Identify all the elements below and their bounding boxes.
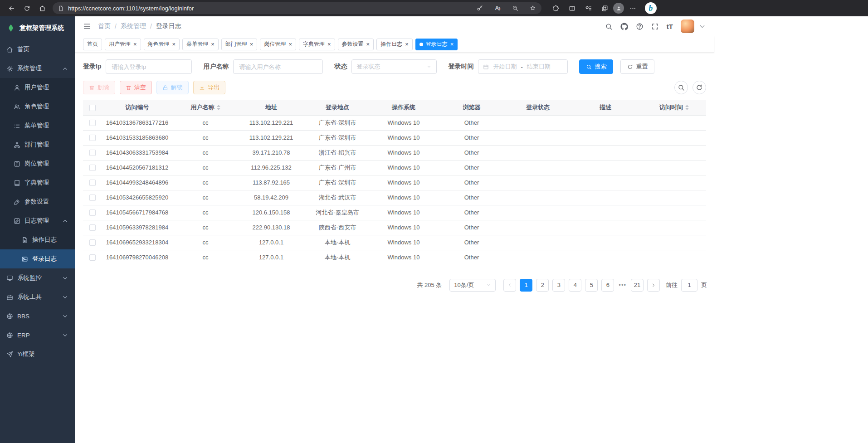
tab-menu-manage[interactable]: 菜单管理 × [182, 39, 219, 50]
breadcrumb-item[interactable]: 首页 [98, 22, 111, 30]
sidebar-item-system-tools[interactable]: 系统工具 [0, 287, 75, 307]
breadcrumb-item[interactable]: 登录日志 [156, 22, 181, 30]
close-icon[interactable]: × [211, 41, 215, 48]
fullscreen-icon[interactable] [651, 23, 659, 30]
table-row[interactable]: 1641069798270046208cc127.0.0.1本地-本机Windo… [83, 250, 706, 265]
back-icon[interactable] [4, 2, 19, 15]
page-button-2[interactable]: 2 [536, 279, 549, 292]
sidebar-item-system-monitor[interactable]: 系统监控 [0, 268, 75, 287]
page-button-6[interactable]: 6 [601, 279, 614, 292]
home-icon[interactable] [34, 2, 50, 15]
tab-dict-manage[interactable]: 字典管理 × [299, 39, 335, 50]
row-checkbox[interactable] [89, 120, 96, 126]
column-header-user-name[interactable]: 用户名称 [172, 100, 239, 115]
table-row[interactable]: 1641059633978281984cc222.90.130.18陕西省-西安… [83, 220, 706, 235]
close-icon[interactable]: × [450, 41, 454, 48]
export-button[interactable]: 导出 [193, 81, 225, 94]
row-checkbox[interactable] [89, 209, 96, 216]
table-row[interactable]: 1641031367863177216cc113.102.129.221广东省-… [83, 115, 706, 130]
more-options-icon[interactable] [625, 2, 640, 15]
sidebar-item-post-manage[interactable]: 岗位管理 [0, 154, 75, 173]
clear-button[interactable]: 清空 [120, 81, 152, 94]
user-name-input[interactable] [233, 59, 323, 74]
hamburger-icon[interactable] [83, 22, 91, 30]
user-avatar[interactable] [681, 19, 694, 33]
favorite-add-icon[interactable] [526, 3, 540, 13]
browser-profile-avatar[interactable] [613, 3, 624, 14]
favorites-bar-icon[interactable] [580, 2, 596, 15]
delete-button[interactable]: 删除 [83, 81, 115, 94]
page-button-3[interactable]: 3 [552, 279, 565, 292]
tab-dept-manage[interactable]: 部门管理 × [221, 39, 258, 50]
table-row[interactable]: 1641053426655825920cc58.19.42.209湖北省-武汉市… [83, 190, 706, 205]
row-checkbox[interactable] [89, 239, 96, 246]
row-checkbox[interactable] [89, 150, 96, 156]
sidebar-item-log-manage[interactable]: 日志管理 [0, 211, 75, 230]
sidebar-item-role-manage[interactable]: 角色管理 [0, 97, 75, 116]
zoom-out-icon[interactable] [508, 3, 522, 13]
unlock-button[interactable]: 解锁 [156, 81, 189, 94]
sidebar-item-param-config[interactable]: 参数设置 [0, 192, 75, 211]
table-row[interactable]: 1641043063331753984cc39.171.210.78浙江省-绍兴… [83, 145, 706, 160]
status-select[interactable]: 登录状态 [351, 59, 437, 74]
table-row[interactable]: 1641031533185863680cc113.102.129.221广东省-… [83, 130, 706, 145]
collections-icon[interactable] [597, 2, 612, 15]
sidebar-item-login-log[interactable]: 登录日志 [0, 249, 75, 268]
github-icon[interactable] [620, 23, 628, 30]
sort-carets-icon[interactable] [685, 105, 689, 110]
close-icon[interactable]: × [288, 41, 292, 48]
table-row[interactable]: 1641044993248464896cc113.87.92.165广东省-深圳… [83, 175, 706, 190]
column-header-visit-time[interactable]: 访问时间 [642, 100, 706, 115]
page-button-4[interactable]: 4 [569, 279, 581, 292]
table-row[interactable]: 1641069652933218304cc127.0.0.1本地-本机Windo… [83, 235, 706, 250]
split-screen-icon[interactable] [564, 2, 580, 15]
prev-page-button[interactable] [503, 279, 516, 292]
sidebar-item-user-manage[interactable]: 用户管理 [0, 78, 75, 97]
search-button[interactable]: 搜索 [579, 59, 613, 74]
sidebar-item-menu-manage[interactable]: 菜单管理 [0, 116, 75, 135]
close-icon[interactable]: × [327, 41, 331, 48]
select-all-checkbox[interactable] [89, 105, 96, 111]
sidebar-item-system-manage[interactable]: 系统管理 [0, 59, 75, 78]
sidebar-item-home[interactable]: 首页 [0, 40, 75, 59]
close-icon[interactable]: × [172, 41, 176, 48]
page-ellipsis[interactable]: ••• [618, 282, 627, 288]
reset-button[interactable]: 重置 [620, 59, 654, 74]
date-range-picker[interactable]: 开始日期 - 结束日期 [478, 59, 568, 74]
extensions-icon[interactable] [548, 2, 563, 15]
reload-icon[interactable] [19, 2, 34, 15]
close-icon[interactable]: × [366, 41, 370, 48]
page-button-1[interactable]: 1 [520, 279, 532, 292]
tab-user-manage[interactable]: 用户管理 × [105, 39, 141, 50]
close-icon[interactable]: × [405, 41, 409, 48]
table-row[interactable]: 1641044520567181312cc112.96.225.132广东省-广… [83, 160, 706, 175]
breadcrumb-item[interactable]: 系统管理 [121, 22, 146, 30]
sidebar-item-oper-log[interactable]: 操作日志 [0, 230, 75, 249]
sidebar-item-dept-manage[interactable]: 部门管理 [0, 135, 75, 154]
key-icon[interactable] [473, 3, 487, 13]
tab-param-config[interactable]: 参数设置 × [338, 39, 374, 50]
sidebar-item-bbs[interactable]: BBS [0, 307, 75, 326]
copilot-icon[interactable]: b [645, 2, 657, 14]
page-button-5[interactable]: 5 [585, 279, 598, 292]
search-icon[interactable] [605, 23, 613, 30]
tab-home[interactable]: 首页 [83, 39, 102, 50]
sort-carets-icon[interactable] [217, 105, 220, 110]
toggle-search-icon[interactable] [674, 81, 688, 94]
refresh-table-icon[interactable] [692, 81, 706, 94]
row-checkbox[interactable] [89, 224, 96, 231]
row-checkbox[interactable] [89, 135, 96, 141]
sidebar-item-dict-manage[interactable]: 字典管理 [0, 173, 75, 192]
row-checkbox[interactable] [89, 195, 96, 201]
tab-post-manage[interactable]: 岗位管理 × [260, 39, 296, 50]
page-size-select[interactable]: 10条/页 [449, 279, 496, 292]
login-ip-input[interactable] [106, 59, 192, 74]
jump-page-input[interactable] [681, 279, 697, 292]
app-logo[interactable]: 意框架管理系统 [0, 16, 75, 40]
close-icon[interactable]: × [250, 41, 254, 48]
address-bar[interactable]: https://ccnetcore.com:1101/system/log/lo… [53, 2, 541, 14]
font-size-icon[interactable]: tT [667, 23, 673, 30]
read-aloud-icon[interactable]: A)) [491, 3, 504, 13]
tab-login-log[interactable]: 登录日志 × [415, 39, 458, 50]
tab-oper-log[interactable]: 操作日志 × [376, 39, 413, 50]
